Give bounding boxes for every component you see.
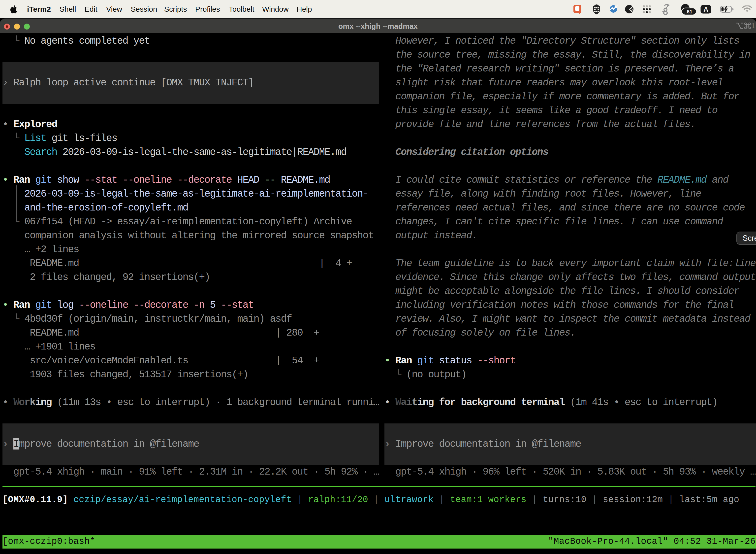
svg-text:..61: ..61 <box>684 9 692 14</box>
svg-text:A: A <box>703 6 708 13</box>
